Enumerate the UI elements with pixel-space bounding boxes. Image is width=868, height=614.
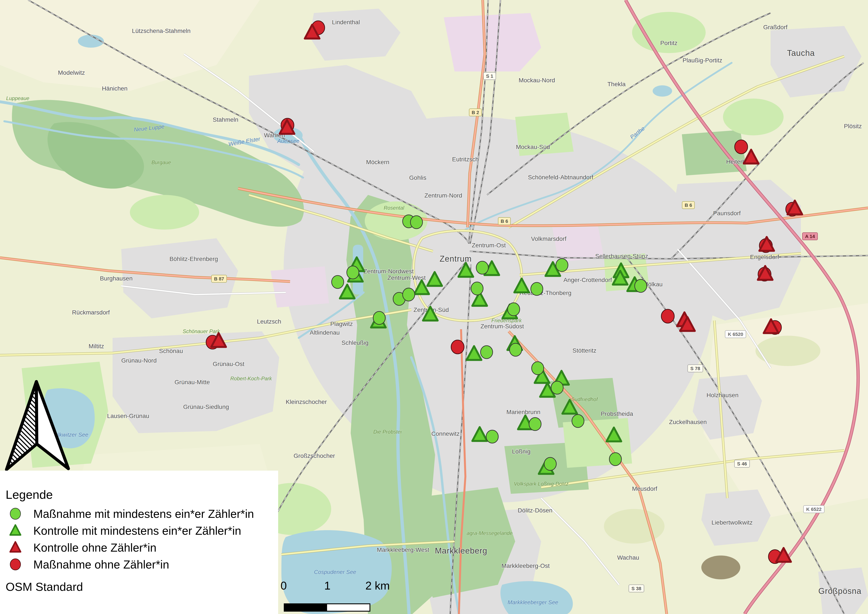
map-label: Burgaue xyxy=(152,159,171,165)
marker-massnahme_mit[interactable] xyxy=(480,346,493,359)
legend-item: Maßnahme mit mindestens ein*er Zähler*in xyxy=(0,505,278,522)
map-label: Lausen-Grünau xyxy=(107,413,149,419)
marker-massnahme_mit[interactable] xyxy=(411,216,423,229)
map-label: Südfriedhof xyxy=(571,396,598,402)
map-label: Stahmeln xyxy=(213,116,238,123)
map-label: Grünau-Nord xyxy=(121,357,157,364)
map-label: Schleußig xyxy=(342,339,369,346)
road-shield-label: S 78 xyxy=(690,366,700,371)
map-label: Stötteritz xyxy=(572,347,596,354)
scalebar-bar-black-half xyxy=(285,604,327,611)
legend-symbol-triangle xyxy=(9,541,22,554)
map-label: Paunsdorf xyxy=(713,210,741,216)
road-shield-label: S 38 xyxy=(631,586,641,591)
marker-massnahme_mit[interactable] xyxy=(635,280,647,292)
marker-massnahme_mit[interactable] xyxy=(532,362,544,375)
map-label: Miltitz xyxy=(88,343,104,350)
marker-massnahme_mit[interactable] xyxy=(544,457,556,470)
map-label: Schönau xyxy=(159,348,183,354)
map-label: Wachau xyxy=(617,554,639,561)
map-label: Luppeaue xyxy=(6,95,29,101)
map-label: Lindenthal xyxy=(332,19,360,26)
marker-massnahme_mit[interactable] xyxy=(531,283,543,295)
marker-massnahme_mit[interactable] xyxy=(529,418,541,431)
road-shield-label: B 2 xyxy=(472,110,479,115)
legend-item-label: Kontrolle ohne Zähler*in xyxy=(33,541,157,554)
marker-massnahme_mit[interactable] xyxy=(347,266,359,279)
map-label: Probstheida xyxy=(601,410,633,417)
map-label: Lößnig xyxy=(512,448,530,455)
marker-massnahme_mit[interactable] xyxy=(510,343,522,356)
map-label: Markkleeberg xyxy=(435,546,487,555)
map-label: Rosental xyxy=(384,205,405,211)
road-shield-label: A 14 xyxy=(805,234,815,239)
map-label: Schönauer Park xyxy=(183,328,220,334)
map-label: Zuckelhausen xyxy=(669,419,707,425)
map-label: Großpösna xyxy=(818,586,861,595)
map-label: Zentrum-Nord xyxy=(425,192,462,199)
map-label: Markkleeberg-West xyxy=(377,546,429,553)
legend-items: Maßnahme mit mindestens ein*er Zähler*in… xyxy=(0,505,278,573)
marker-massnahme_mit[interactable] xyxy=(403,288,415,301)
map-canvas[interactable]: TauchaMarkkleebergMarkranstädtGroßpösnaZ… xyxy=(0,0,868,614)
marker-massnahme_mit[interactable] xyxy=(609,452,622,466)
map-label: Engelsdorf xyxy=(750,253,779,260)
map-label: Taucha xyxy=(787,48,815,58)
road-shield-label: K 6520 xyxy=(728,331,743,337)
marker-massnahme_ohne[interactable] xyxy=(661,309,674,323)
map-label: Modelwitz xyxy=(58,69,85,76)
legend-title: Legende xyxy=(6,488,53,502)
map-label: Volkmarsdorf xyxy=(531,235,566,242)
map-label: Altlindenau xyxy=(310,329,340,336)
marker-massnahme_mit[interactable] xyxy=(476,261,488,274)
map-label: Burghausen xyxy=(100,275,132,282)
map-label: Cospudener See xyxy=(314,569,356,575)
map-label: Volkspark Lößnig-Dölitz xyxy=(514,481,569,487)
map-label: Hänichen xyxy=(102,85,127,92)
scalebar-label-1: 1 xyxy=(324,579,330,592)
marker-massnahme_mit[interactable] xyxy=(471,282,483,295)
map-label: Zentrum-West xyxy=(388,274,426,281)
map-label: Marienbrunn xyxy=(506,409,540,415)
map-label: Holzhausen xyxy=(707,392,739,398)
map-label: Dölitz-Dösen xyxy=(518,507,552,514)
road-shield-label: S 46 xyxy=(737,461,747,466)
legend-item: Kontrolle ohne Zähler*in xyxy=(0,539,278,556)
map-label: Die Probstei xyxy=(374,429,402,435)
map-label: Auensee xyxy=(277,138,299,144)
map-label: Eutritzsch xyxy=(452,156,479,163)
map-label: Liebertwolkwitz xyxy=(711,519,753,526)
marker-massnahme_mit[interactable] xyxy=(508,303,520,316)
legend-item-label: Maßnahme mit mindestens ein*er Zähler*in xyxy=(33,507,254,521)
scalebar-bar xyxy=(284,603,370,612)
map-label: Plagwitz xyxy=(330,320,353,327)
marker-massnahme_ohne[interactable] xyxy=(451,340,464,354)
road-shield-label: B 6 xyxy=(501,219,508,224)
map-label: Böhlitz-Ehrenberg xyxy=(169,256,218,262)
marker-massnahme_mit[interactable] xyxy=(486,430,498,443)
marker-massnahme_mit[interactable] xyxy=(373,311,385,325)
map-label: Mockau-Nord xyxy=(519,77,555,84)
marker-massnahme_mit[interactable] xyxy=(551,381,563,394)
road-shield-label: S 1 xyxy=(486,73,493,79)
map-label: Zentrum-Nordwest xyxy=(363,268,414,275)
map-label: Mockau-Süd xyxy=(516,144,550,150)
map-label: Schönefeld-Abtnaundorf xyxy=(528,174,593,180)
marker-massnahme_mit[interactable] xyxy=(556,259,568,272)
marker-massnahme_mit[interactable] xyxy=(572,415,584,427)
map-label: Grünau-Mitte xyxy=(174,379,210,385)
map-label: Grünau-Ost xyxy=(213,361,244,367)
map-label: Plaußig-Portitz xyxy=(682,57,722,64)
marker-massnahme_mit[interactable] xyxy=(332,275,344,289)
map-label: Möckern xyxy=(366,159,389,165)
map-label: Großzschocher xyxy=(293,452,335,459)
map-label: Rückmarsdorf xyxy=(72,309,110,316)
map-label: Zentrum-Südost xyxy=(480,323,524,330)
marker-massnahme_ohne[interactable] xyxy=(735,140,748,154)
scalebar-label-2: 2 km xyxy=(365,579,390,592)
legend-symbol-circle xyxy=(9,558,22,571)
scalebar-label-0: 0 xyxy=(281,579,287,592)
map-label: Lützschena-Stahmeln xyxy=(132,28,191,34)
legend-item-label: Kontrolle mit mindestens ein*er Zähler*i… xyxy=(33,524,241,537)
map-label: Grünau-Siedlung xyxy=(183,404,229,410)
